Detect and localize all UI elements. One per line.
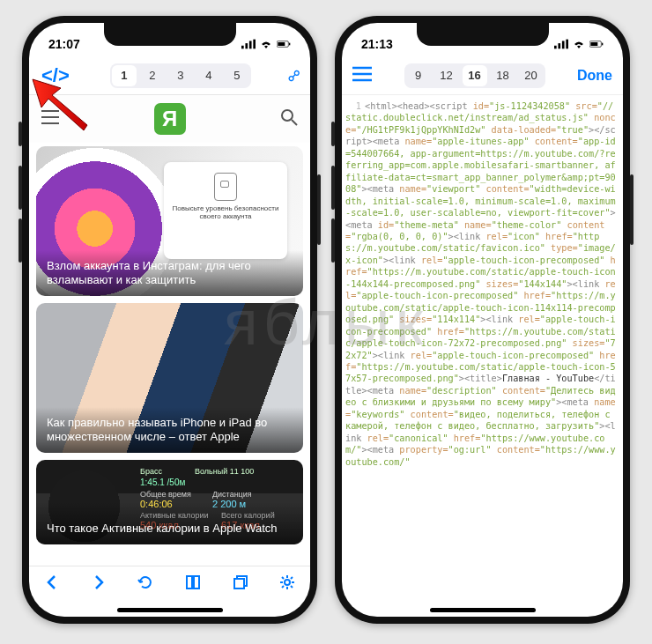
seg-option[interactable]: 20 (517, 63, 545, 88)
code-token: "114x114" (432, 315, 480, 324)
code-token: "theme-meta" (394, 220, 459, 230)
signal-icon (241, 39, 256, 49)
tabs-button[interactable] (233, 574, 248, 595)
home-indicator[interactable] (29, 603, 310, 617)
code-token: sizes= (567, 338, 604, 348)
svg-rect-3 (253, 40, 256, 49)
code-token: ><title> (459, 374, 502, 383)
seg-option[interactable]: 18 (489, 63, 517, 88)
code-token: ><link (448, 232, 486, 241)
seg-option[interactable]: 9 (404, 63, 433, 88)
reload-button[interactable] (137, 574, 153, 595)
menu-icon[interactable] (352, 64, 372, 87)
article-feed[interactable]: Повысьте уровень безопасности своего акк… (29, 143, 310, 566)
notch (417, 23, 549, 46)
font-size-segmented-control[interactable]: 912161820 (404, 63, 545, 88)
shield-lock-icon (214, 173, 237, 201)
svg-rect-5 (278, 42, 285, 46)
article-title: Взлом аккаунта в Инстаграм: для чего взл… (47, 259, 251, 286)
code-token: rel= (518, 315, 540, 324)
seg-option[interactable]: 4 (195, 63, 223, 88)
svg-rect-8 (234, 579, 244, 588)
code-token: sizes= (480, 279, 518, 289)
article-title: Как правильно называть iPhone и iPad во … (47, 416, 267, 443)
svg-rect-12 (562, 41, 565, 48)
wifi-icon (572, 39, 586, 49)
code-token: property= (399, 445, 448, 455)
seg-option[interactable]: 3 (167, 63, 195, 88)
battery-icon (589, 39, 604, 49)
forward-button[interactable] (91, 574, 107, 595)
phone-left: 21:07 </> 12345 ⚯ Я (22, 16, 317, 624)
code-token: src= (570, 101, 597, 111)
code-token: "viewport" (426, 184, 480, 194)
code-token: "true" (556, 125, 589, 135)
status-time: 21:13 (361, 37, 393, 51)
code-token: ><link (480, 315, 518, 324)
svg-rect-11 (558, 43, 560, 48)
notch (104, 23, 236, 46)
code-token: "icon" (508, 232, 540, 241)
code-token: type= (545, 243, 578, 253)
code-token: name= (399, 386, 426, 396)
code-token: content= (480, 184, 529, 194)
code-token: "description" (426, 386, 497, 396)
article-card[interactable]: Повысьте уровень безопасности своего акк… (36, 146, 303, 296)
code-token: href= (518, 291, 551, 300)
battery-icon (277, 39, 291, 49)
home-indicator[interactable] (342, 603, 623, 617)
code-token: rel= (485, 232, 508, 241)
article-card[interactable]: Как правильно называть iPhone и iPad во … (36, 303, 303, 453)
settings-button[interactable] (279, 574, 295, 595)
code-token: ><link (373, 351, 411, 360)
code-token: "rgba(0, 0, 0, 0)" (351, 232, 448, 241)
code-token: rel= (367, 433, 389, 443)
article-card[interactable]: Брасс Вольный 11 100 1:45.1 /50м Общее в… (36, 460, 303, 544)
code-token: name= (404, 137, 432, 146)
seg-option[interactable]: 5 (223, 63, 251, 88)
code-token: "og:url" (448, 445, 492, 455)
code-token: id= (378, 220, 394, 230)
code-token: "apple-touch-icon-precomposed" (432, 351, 594, 360)
code-token: href= (540, 232, 573, 241)
code-token: href= (432, 327, 464, 337)
stat-label: Вольный 11 100 (195, 467, 254, 476)
code-token: data-loaded= (485, 125, 556, 135)
site-logo[interactable]: Я (154, 103, 186, 135)
code-token: "js-1124342058" (489, 101, 570, 111)
code-token: ><meta (361, 445, 399, 455)
seg-option[interactable]: 2 (138, 63, 167, 88)
tab-segmented-control[interactable]: 12345 (110, 63, 251, 88)
popup-title-line2: своего аккаунта (171, 212, 280, 220)
search-icon[interactable] (280, 108, 298, 130)
done-button[interactable]: Done (577, 68, 612, 84)
code-token: content= (497, 386, 545, 396)
svg-rect-2 (249, 41, 252, 48)
back-button[interactable] (44, 574, 60, 595)
code-token: content= (404, 410, 453, 419)
code-token: "144x144" (518, 279, 567, 289)
line-number: 1 (345, 100, 361, 112)
code-token: name= (459, 220, 492, 230)
code-token: "/HG1tPF9k1jQppYKhNId2w" (356, 125, 485, 135)
seg-option[interactable]: 1 (112, 65, 137, 86)
code-token: "apple-touch-icon-precomposed" (356, 291, 518, 300)
source-code-view[interactable]: 1<html><head><script id="js-1124342058" … (342, 95, 623, 603)
link-icon[interactable]: ⚯ (283, 63, 306, 86)
bookmarks-button[interactable] (184, 574, 202, 595)
svg-rect-6 (289, 43, 290, 46)
seg-option[interactable]: 16 (463, 65, 487, 86)
stat-label: Общее время (140, 490, 191, 499)
svg-rect-10 (554, 46, 557, 49)
code-token: "theme-color" (492, 220, 562, 230)
seg-option[interactable]: 12 (433, 63, 461, 88)
code-token: name= (399, 184, 426, 194)
code-token: ><link (383, 255, 421, 265)
code-token: "keywords" (351, 410, 404, 419)
code-token: rel= (421, 255, 443, 265)
code-token: "canonical" (389, 433, 448, 443)
code-token: rel= (411, 351, 433, 360)
wifi-icon (259, 39, 273, 49)
annotation-arrow (29, 72, 105, 134)
code-viewer-toolbar: 912161820 Done (342, 56, 623, 95)
